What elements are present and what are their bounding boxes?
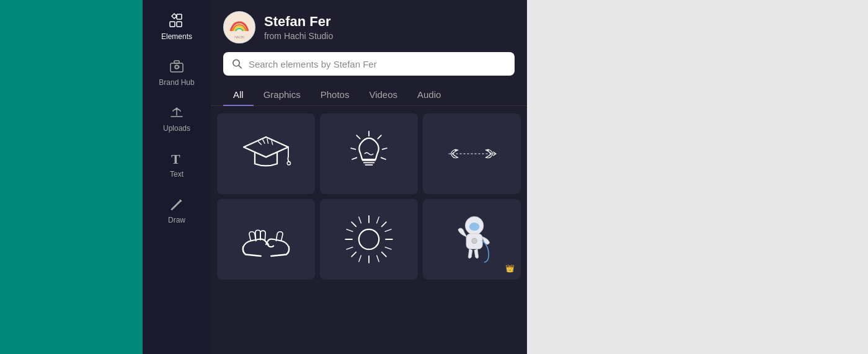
svg-line-40 bbox=[377, 217, 379, 223]
tab-audio[interactable]: Audio bbox=[407, 84, 451, 106]
element-sun[interactable] bbox=[320, 199, 418, 280]
svg-line-14 bbox=[267, 139, 268, 144]
search-input[interactable] bbox=[249, 59, 506, 69]
svg-point-29 bbox=[487, 149, 489, 151]
sidebar-item-draw-label: Draw bbox=[168, 216, 185, 224]
svg-line-19 bbox=[383, 148, 387, 149]
tab-videos[interactable]: Videos bbox=[359, 84, 407, 106]
svg-point-30 bbox=[359, 229, 379, 249]
elements-icon bbox=[168, 12, 185, 30]
search-bar bbox=[223, 52, 515, 76]
creator-avatar: HACHI bbox=[223, 11, 255, 43]
search-icon bbox=[232, 58, 242, 69]
svg-line-37 bbox=[382, 222, 386, 226]
svg-line-36 bbox=[382, 252, 386, 257]
creator-info: Stefan Fer from Hachi Studio bbox=[264, 14, 333, 41]
main-panel: HACHI Stefan Fer from Hachi Studio All G… bbox=[211, 0, 527, 354]
svg-line-41 bbox=[385, 229, 391, 232]
element-light-bulb[interactable] bbox=[320, 113, 418, 194]
svg-text:CO: CO bbox=[175, 65, 180, 69]
uploads-icon bbox=[168, 104, 185, 122]
sidebar-item-text-label: Text bbox=[170, 170, 184, 179]
creator-studio: from Hachi Studio bbox=[264, 31, 333, 41]
sidebar-item-draw[interactable]: Draw bbox=[149, 190, 205, 231]
svg-rect-1 bbox=[170, 22, 175, 27]
svg-text:HACHI: HACHI bbox=[234, 35, 244, 39]
svg-line-39 bbox=[359, 217, 361, 223]
svg-line-18 bbox=[378, 135, 381, 138]
search-container bbox=[211, 52, 527, 84]
svg-line-35 bbox=[352, 222, 356, 226]
svg-point-10 bbox=[233, 60, 239, 66]
filter-tabs: All Graphics Photos Videos Audio bbox=[211, 84, 527, 106]
svg-text:T: T bbox=[171, 151, 180, 167]
svg-point-48 bbox=[469, 223, 479, 231]
tab-all[interactable]: All bbox=[223, 84, 254, 106]
element-astronaut[interactable]: 👑 bbox=[423, 199, 521, 280]
svg-line-45 bbox=[359, 255, 361, 262]
svg-point-28 bbox=[454, 149, 456, 151]
element-arrow-branch[interactable] bbox=[423, 113, 521, 194]
svg-line-20 bbox=[356, 135, 360, 138]
element-graduation-cap[interactable] bbox=[217, 113, 315, 194]
element-handshake[interactable] bbox=[217, 199, 315, 280]
svg-line-38 bbox=[352, 252, 356, 257]
content-grid: 👑 bbox=[211, 107, 527, 354]
sidebar-item-brand-hub[interactable]: CO Brand Hub bbox=[149, 52, 205, 93]
sidebar-item-text[interactable]: T Text bbox=[149, 144, 205, 185]
svg-line-44 bbox=[347, 247, 353, 250]
sidebar-item-elements-label: Elements bbox=[161, 32, 192, 41]
svg-line-42 bbox=[385, 247, 391, 250]
svg-line-46 bbox=[377, 255, 379, 262]
right-panel bbox=[527, 0, 868, 354]
sidebar-item-brand-hub-label: Brand Hub bbox=[159, 78, 194, 87]
svg-point-50 bbox=[472, 238, 477, 243]
sidebar-item-uploads[interactable]: Uploads bbox=[149, 98, 205, 139]
grid-row-2: 👑 bbox=[217, 199, 521, 280]
tab-photos[interactable]: Photos bbox=[311, 84, 360, 106]
svg-line-13 bbox=[263, 139, 265, 144]
sidebar: Elements CO Brand Hub Uploads T bbox=[143, 0, 211, 354]
brand-hub-icon: CO bbox=[168, 58, 185, 76]
svg-line-25 bbox=[352, 157, 356, 159]
creator-name: Stefan Fer bbox=[264, 14, 333, 30]
premium-crown-badge: 👑 bbox=[502, 261, 517, 276]
svg-line-26 bbox=[381, 157, 386, 159]
svg-line-43 bbox=[347, 229, 353, 232]
svg-marker-11 bbox=[244, 137, 288, 157]
svg-rect-5 bbox=[174, 61, 179, 63]
svg-line-12 bbox=[258, 141, 261, 144]
sidebar-item-elements[interactable]: Elements bbox=[149, 6, 205, 47]
text-icon: T bbox=[168, 150, 185, 167]
sidebar-item-uploads-label: Uploads bbox=[163, 124, 190, 133]
grid-row-1 bbox=[217, 113, 521, 194]
teal-background-panel bbox=[0, 0, 143, 354]
tab-graphics[interactable]: Graphics bbox=[254, 84, 311, 106]
svg-line-21 bbox=[351, 148, 355, 149]
draw-icon bbox=[168, 196, 185, 213]
svg-rect-2 bbox=[177, 22, 182, 27]
creator-header: HACHI Stefan Fer from Hachi Studio bbox=[211, 0, 527, 52]
svg-rect-0 bbox=[177, 14, 182, 19]
svg-line-15 bbox=[272, 140, 273, 144]
